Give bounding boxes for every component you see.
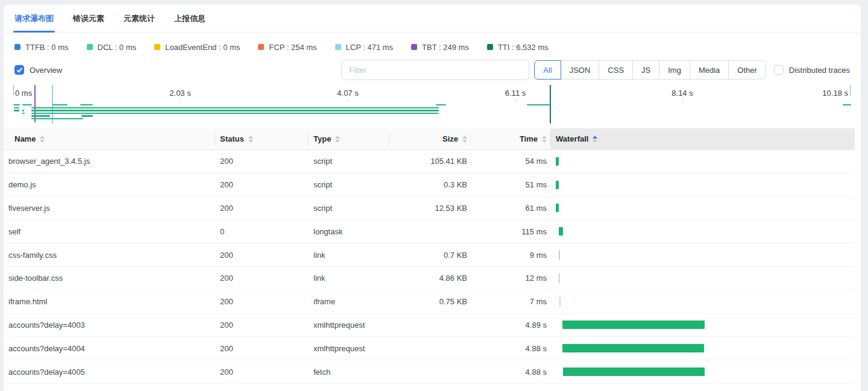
cell-type: xmlhttprequest <box>309 344 389 353</box>
overview-waterfall-bar <box>31 113 439 114</box>
waterfall-bar <box>559 274 560 283</box>
table-row[interactable]: self0longtask115 ms <box>4 220 855 243</box>
dcl-color-swatch-icon <box>87 44 93 50</box>
filter-button-media[interactable]: Media <box>690 60 729 80</box>
cell-time: 9 ms <box>471 251 550 260</box>
cell-name: self <box>4 227 215 236</box>
column-header-status[interactable]: Status <box>215 128 309 149</box>
column-header-time[interactable]: Time <box>471 128 550 149</box>
cell-status: 200 <box>215 274 309 283</box>
table-row[interactable]: accounts?delay=4004200xmlhttprequest4.88… <box>4 337 855 360</box>
cell-status: 200 <box>215 251 309 260</box>
lcp-color-swatch-icon <box>335 44 341 50</box>
sort-icon <box>40 136 45 143</box>
cell-type: script <box>309 180 389 189</box>
cell-size: 0.7 KB <box>389 251 471 260</box>
legend-item-loadeventend: LoadEventEnd : 0 ms <box>154 43 240 52</box>
filter-button-json[interactable]: JSON <box>561 60 600 80</box>
timeline-tick <box>348 99 348 102</box>
column-label-waterfall: Waterfall <box>556 134 588 143</box>
overview-waterfall-bar <box>22 113 25 114</box>
cell-name: accounts?delay=4005 <box>4 368 215 377</box>
cell-type: iframe <box>309 297 389 306</box>
legend-item-fcp: FCP : 254 ms <box>258 43 316 52</box>
sort-icon <box>542 136 547 143</box>
overview-waterfall-bar <box>31 107 439 108</box>
table-row[interactable]: css-family.css200link0.7 KB9 ms <box>4 243 855 267</box>
metrics-legend: TTFB : 0 msDCL : 0 msLoadEventEnd : 0 ms… <box>4 40 861 54</box>
tab-report-info[interactable]: 上报信息 <box>174 5 206 33</box>
waterfall-bar <box>559 297 561 307</box>
filter-button-js[interactable]: JS <box>632 60 659 80</box>
loadeventend-metric-value: LoadEventEnd : 0 ms <box>165 43 240 52</box>
cell-status: 200 <box>215 180 309 189</box>
filter-button-all[interactable]: All <box>534 60 561 80</box>
table-row[interactable]: iframe.html200iframe0.75 KB7 ms <box>4 290 855 314</box>
timeline-tick <box>850 85 851 95</box>
cell-type: script <box>309 157 389 166</box>
table-row[interactable]: side-toolbar.css200link4.86 KB12 ms <box>4 267 855 290</box>
tab-element-stats[interactable]: 元素统计 <box>124 5 155 33</box>
sort-asc-icon <box>335 136 340 139</box>
cell-waterfall <box>550 174 855 196</box>
cell-time: 12 ms <box>471 274 550 283</box>
timeline-tick <box>515 99 516 102</box>
legend-item-tbt: TBT : 249 ms <box>411 43 469 52</box>
filter-button-img[interactable]: Img <box>659 60 690 80</box>
column-header-name[interactable]: Name <box>4 128 215 149</box>
timeline-tick <box>682 99 683 102</box>
waterfall-bar <box>556 181 559 189</box>
waterfall-panel: 请求瀑布图错误元素元素统计上报信息 TTFB : 0 msDCL : 0 msL… <box>4 5 861 391</box>
overview-waterfall-bar <box>13 104 20 105</box>
table-row[interactable]: demo.js200script0.3 KB51 ms <box>4 174 855 197</box>
sort-icon <box>335 136 340 143</box>
cell-status: 200 <box>215 157 309 166</box>
tab-error-elements[interactable]: 错误元素 <box>73 5 104 33</box>
tabs: 请求瀑布图错误元素元素统计上报信息 <box>4 5 861 33</box>
filter-button-css[interactable]: CSS <box>599 60 633 80</box>
cell-size: 0.75 KB <box>389 297 471 306</box>
table-row[interactable]: fiveserver.js200script12.53 KB61 ms <box>4 197 855 221</box>
tab-request-waterfall[interactable]: 请求瀑布图 <box>14 5 54 33</box>
cell-name: css-family.css <box>4 251 215 260</box>
cell-name: accounts?delay=4003 <box>4 321 215 330</box>
table-body: browser_agent_3.4.5.js200script105.41 KB… <box>4 150 855 384</box>
table-row[interactable]: accounts?delay=4005200fetch4.88 s <box>4 360 855 384</box>
table-row[interactable]: browser_agent_3.4.5.js200script105.41 KB… <box>4 150 855 174</box>
sort-icon <box>593 136 597 143</box>
timeline-tick-label: 0 ms <box>15 89 32 98</box>
distributed-traces-checkbox[interactable]: Distributed traces <box>774 65 850 75</box>
overview-waterfall-bar <box>843 104 851 105</box>
ttfb-color-swatch-icon <box>14 44 20 50</box>
legend-item-ttfb: TTFB : 0 ms <box>14 43 69 52</box>
cell-size: 4.86 KB <box>389 274 471 283</box>
overview-timeline[interactable]: 0 ms2.03 s4.07 s6.11 s8.14 s10.18 s <box>4 85 861 128</box>
timeline-tick <box>180 99 181 102</box>
column-header-size[interactable]: Size <box>389 128 471 149</box>
cell-time: 61 ms <box>471 204 550 213</box>
column-label-status: Status <box>220 134 244 143</box>
cell-waterfall <box>550 290 855 313</box>
legend-item-lcp: LCP : 471 ms <box>335 43 394 52</box>
filter-input[interactable] <box>341 60 529 80</box>
overview-checkbox[interactable]: Overview <box>14 65 62 75</box>
legend-item-tti: TTI : 6,532 ms <box>487 43 549 52</box>
sort-asc-icon <box>462 136 467 139</box>
timeline-tick-label: 10.18 s <box>822 89 848 98</box>
column-header-type[interactable]: Type <box>309 128 389 149</box>
waterfall-bar <box>563 368 705 376</box>
sort-desc-icon <box>335 140 340 143</box>
filter-button-other[interactable]: Other <box>728 60 766 80</box>
fcp-color-swatch-icon <box>258 44 264 50</box>
cell-waterfall <box>550 314 855 337</box>
cell-waterfall <box>550 197 855 220</box>
table-row[interactable]: accounts?delay=4003200xmlhttprequest4.89… <box>4 314 855 337</box>
sort-icon <box>462 136 467 143</box>
overview-waterfall-bar <box>14 107 19 108</box>
column-header-waterfall[interactable]: Waterfall <box>550 128 855 149</box>
cell-status: 200 <box>215 344 309 353</box>
cell-type: link <box>309 251 389 260</box>
tbt-color-swatch-icon <box>411 44 417 50</box>
cell-waterfall <box>550 243 855 266</box>
cell-time: 4.88 s <box>471 368 550 377</box>
